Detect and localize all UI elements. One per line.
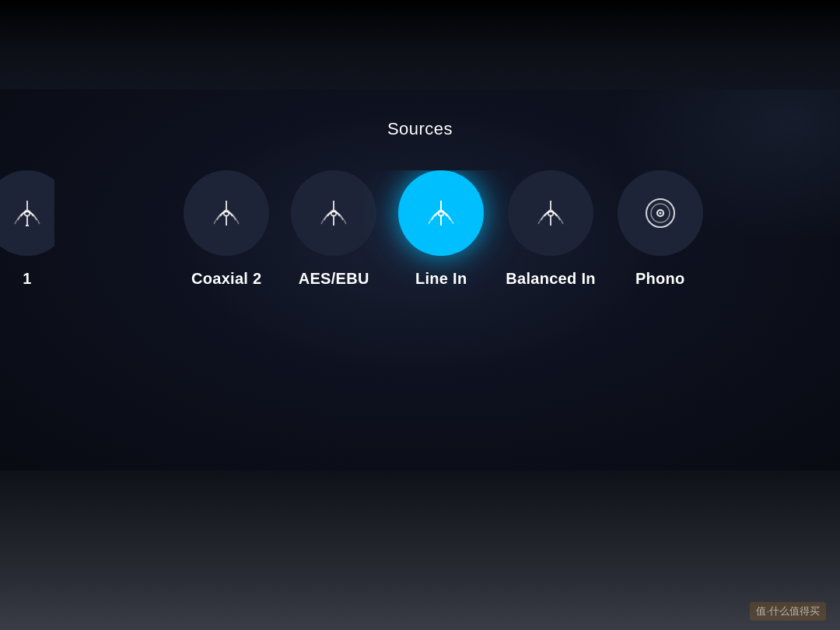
source-item-partial[interactable]: 1 — [0, 170, 54, 288]
source-item-balancedin[interactable]: Balanced In — [506, 170, 596, 288]
source-label-phono: Phono — [635, 270, 685, 288]
source-label-coaxial2: Coaxial 2 — [191, 270, 262, 288]
source-label-balancedin: Balanced In — [506, 270, 596, 288]
antenna-icon-coaxial2 — [206, 193, 247, 233]
source-label-linein: Line In — [415, 270, 467, 288]
source-circle-aesebu — [291, 170, 376, 256]
antenna-icon-aesebu — [313, 193, 354, 233]
antenna-icon-linein — [421, 193, 461, 233]
source-circle-coaxial2 — [184, 170, 269, 256]
source-label-partial: 1 — [23, 270, 31, 288]
source-item-coaxial2[interactable]: Coaxial 2 — [184, 170, 269, 288]
source-label-aesebu: AES/EBU — [299, 270, 369, 288]
antenna-icon-balancedin — [530, 193, 571, 233]
display-screen: Sources 1 — [0, 89, 840, 471]
watermark: 值·什么值得买 — [750, 602, 826, 621]
sources-title: Sources — [387, 119, 453, 139]
phono-icon — [640, 193, 681, 233]
source-item-phono[interactable]: Phono — [618, 170, 703, 288]
svg-point-19 — [659, 212, 661, 215]
bottom-bezel — [0, 471, 840, 630]
antenna-icon-partial — [7, 193, 47, 233]
top-bezel — [0, 0, 840, 89]
source-circle-phono — [618, 170, 703, 256]
source-item-linein[interactable]: Line In — [398, 170, 484, 288]
source-circle-partial — [0, 170, 54, 256]
source-circle-balancedin — [508, 170, 593, 256]
source-item-aesebu[interactable]: AES/EBU — [291, 170, 376, 288]
source-circle-linein — [398, 170, 484, 256]
